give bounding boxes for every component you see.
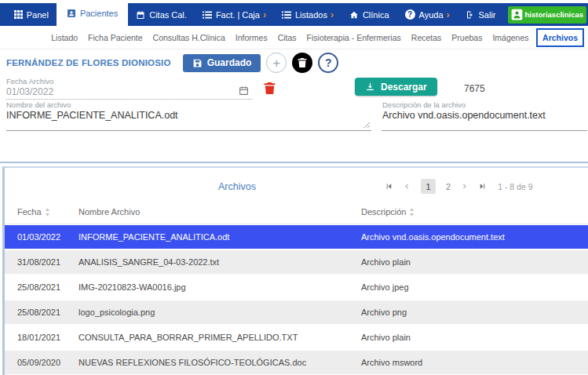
page-1-button[interactable]: 1 (421, 179, 436, 194)
calendar-field-icon[interactable] (239, 86, 249, 96)
tab-citas[interactable]: Citas (272, 33, 301, 42)
row-nombre: CONSULTA_PARA_BORRAR_PRIMER_APELLIDO.TXT (79, 333, 298, 342)
row-fecha: 25/08/2021 (17, 308, 60, 317)
app-window: { "topnav": { "items": [ {"label": "Menú… (0, 0, 588, 375)
row-fecha: 18/01/2021 (17, 333, 60, 342)
column-header-fecha[interactable]: Fecha (17, 207, 50, 217)
tab-pruebas[interactable]: Pruebas (447, 33, 488, 42)
row-fecha: 05/09/2020 (17, 358, 60, 367)
chevron-right-icon: › (447, 10, 450, 20)
table-row[interactable]: 05/09/2020NUEVAS REFLEXIONES FILOSÓFICO-… (5, 351, 588, 374)
row-descripcion: Archivo jpeg (361, 282, 409, 292)
table-body: 01/03/2022INFORME_PACIENTE_ANALITICA.odt… (5, 225, 588, 375)
nombre-archivo-value[interactable]: INFORME_PACIENTE_ANALITICA.odt (6, 110, 178, 121)
row-fecha: 25/08/2021 (17, 282, 60, 292)
nav-item-label: Pacientes (80, 9, 118, 18)
row-fecha: 01/03/2022 (17, 232, 60, 242)
pagination-range: 1 - 8 de 9 (498, 182, 532, 191)
tab-listado[interactable]: Listado (46, 33, 83, 42)
row-nombre: ANALISIS_SANGRE_04-03-2022.txt (79, 257, 219, 267)
page-next-icon[interactable] (461, 182, 468, 191)
help-icon: ? (405, 9, 415, 20)
nav-item-label: Salir (479, 10, 496, 20)
tab-informes[interactable]: Informes (230, 33, 272, 42)
nav-item-salir[interactable]: Salir (458, 3, 504, 26)
sort-icon (409, 208, 415, 217)
tab-ficha-paciente[interactable]: Ficha Paciente (83, 33, 148, 42)
table-row[interactable]: 25/08/2021logo_psicologia.pngArchivo png (5, 300, 588, 324)
help-button[interactable]: ? (318, 53, 338, 73)
column-header-nombre[interactable]: Nombre Archivo (79, 207, 140, 217)
chevron-right-icon: › (263, 10, 266, 20)
patient-name: FERNÁNDEZ DE FLORES DIONIOSIO (6, 58, 171, 67)
nav-item-citas-cal[interactable]: Citas Cal. (128, 3, 195, 26)
nav-item-pacientes[interactable]: Pacientes (57, 0, 128, 26)
exit-icon (466, 10, 475, 20)
fecha-archivo-field[interactable] (6, 88, 252, 100)
nav-item-label: Clínica (363, 10, 389, 20)
nav-item-ayuda[interactable]: ?Ayuda› (397, 3, 458, 26)
home-icon (349, 10, 359, 20)
save-icon (192, 58, 203, 68)
table-row[interactable]: 18/01/2021CONSULTA_PARA_BORRAR_PRIMER_AP… (5, 326, 588, 349)
patient-icon (67, 9, 76, 18)
nombre-archivo-label: Nombre del archivo (6, 100, 71, 109)
nav-item-label: Citas Cal. (149, 10, 187, 20)
patient-sub-nav: ListadoFicha PacienteConsultas H.Clínica… (0, 26, 588, 49)
files-table-panel: Archivos 1 2 1 - 8 de 9 Fecha Nombre Arc… (2, 166, 588, 375)
table-row[interactable]: 25/08/2021IMG-20210823-WA0016.jpgArchivo… (5, 275, 588, 299)
row-fecha: 31/08/2021 (17, 257, 60, 267)
row-nombre: INFORME_PACIENTE_ANALITICA.odt (79, 232, 229, 242)
tab-fisioterapia-enfermerias[interactable]: Fisioterapia - Enfermerias (301, 33, 406, 42)
chevron-right-icon: › (331, 10, 334, 20)
nav-item-panel[interactable]: Panel (6, 3, 57, 26)
nav-item-fact-caja[interactable]: Fact. | Caja› (195, 3, 274, 26)
list-icon (203, 11, 212, 19)
descripcion-label: Descripción de la archivo (382, 100, 466, 109)
tab-im-genes[interactable]: Imágenes (488, 33, 534, 42)
tab-consultas-h-cl-nica[interactable]: Consultas H.Clínica (148, 33, 230, 42)
nav-item-listados[interactable]: Listados› (274, 3, 341, 26)
list-icon (282, 11, 291, 19)
pagination: 1 2 1 - 8 de 9 (385, 179, 533, 194)
row-descripcion: Archivo plain (361, 333, 411, 342)
delete-record-icon[interactable] (264, 82, 276, 95)
row-descripcion: Archivo png (361, 308, 407, 317)
save-button-label: Guardado (207, 57, 252, 68)
page-2-button[interactable]: 2 (446, 182, 451, 191)
add-file-button[interactable]: + (266, 53, 287, 73)
descripcion-field-underline (382, 130, 587, 131)
tab-archivos[interactable]: Archivos (536, 28, 584, 47)
user-badge-icon (511, 9, 523, 20)
patient-header: FERNÁNDEZ DE FLORES DIONIOSIO Guardado +… (6, 49, 338, 76)
resize-grip-icon[interactable] (363, 122, 371, 129)
nav-item-cl-nica[interactable]: Clínica (341, 3, 397, 26)
nav-item-label: Ayuda (419, 10, 444, 20)
calendar-icon (136, 10, 145, 20)
row-descripcion: Archivo msword (361, 358, 422, 367)
column-label: Fecha (17, 207, 42, 217)
nav-item-men[interactable]: Menú› (0, 3, 6, 26)
top-nav: Menú›PanelPacientesCitas Cal.Fact. | Caj… (0, 3, 588, 26)
nav-item-label: Listados (295, 10, 327, 20)
table-row[interactable]: 31/08/2021ANALISIS_SANGRE_04-03-2022.txt… (5, 250, 588, 274)
page-last-icon[interactable] (478, 182, 487, 191)
delete-patient-button[interactable] (292, 53, 312, 73)
download-button[interactable]: Descargar (355, 78, 437, 96)
user-badge-label: historiasclinicas (525, 10, 583, 19)
trash-icon (298, 57, 307, 68)
save-button[interactable]: Guardado (183, 54, 261, 72)
sort-icon (45, 208, 50, 217)
column-label: Nombre Archivo (79, 207, 140, 217)
descripcion-value[interactable]: Archivo vnd.oasis.opendocument.text (382, 110, 546, 121)
row-descripcion: Archivo plain (361, 257, 411, 267)
tab-recetas[interactable]: Recetas (406, 33, 447, 42)
column-header-descripcion[interactable]: Descripción (361, 207, 415, 217)
page-first-icon[interactable] (385, 182, 393, 191)
table-row[interactable]: 01/03/2022INFORME_PACIENTE_ANALITICA.odt… (5, 225, 588, 249)
page-prev-icon[interactable] (404, 182, 411, 191)
file-size-value: 7675 (464, 83, 485, 94)
column-label: Descripción (361, 207, 406, 217)
nombre-archivo-field-underline (6, 130, 371, 131)
user-account-badge[interactable]: historiasclinicas (508, 6, 586, 24)
